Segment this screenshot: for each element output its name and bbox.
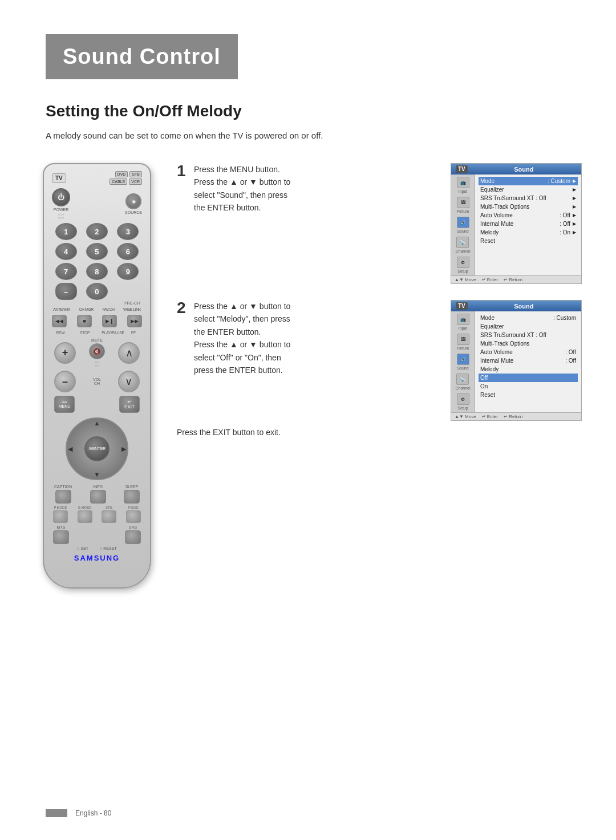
internal-mute-value: : Off ▶ [560, 221, 576, 227]
srs-button[interactable] [125, 530, 141, 544]
equalizer-label: Equalizer [480, 186, 504, 193]
exit-icon: ↩ [124, 399, 135, 404]
info-button[interactable] [90, 490, 106, 504]
auto-volume-value: : Off ▶ [560, 212, 576, 218]
setup2-text: Setup [457, 406, 468, 410]
multitrack-label: Multi-Track Options [480, 204, 529, 210]
psize-button[interactable] [126, 510, 141, 523]
dvd-button[interactable]: DVD [115, 171, 128, 177]
dash-button[interactable]: – [55, 283, 77, 300]
sound-label-1: Sound [471, 166, 577, 173]
vol-up-button[interactable]: + [54, 342, 76, 364]
input-icon: 📺 [457, 177, 469, 188]
remote-top-row: TV DVD STB CABLE VCR [52, 171, 142, 185]
tv-button[interactable]: TV [52, 173, 66, 183]
dpad-up-button[interactable]: ▲ [94, 420, 100, 427]
mode2-value: : Custom [553, 315, 576, 321]
num-7-button[interactable]: 7 [55, 263, 77, 280]
footer-return: ↩ Return [504, 277, 522, 282]
step-1-with-panel: 1 Press the MENU button. Press the ▲ or … [177, 163, 582, 284]
cis-row: CAPTION INFO SLEEP [54, 485, 140, 504]
sleep-button[interactable] [124, 490, 140, 504]
mts-srs-row: MTS SRS [53, 525, 141, 544]
ch-up-button[interactable]: ∧ [118, 342, 140, 364]
stop-button[interactable]: ■ [77, 315, 92, 327]
ff-button[interactable]: ▶▶ [127, 315, 142, 327]
menu-label: MENU [59, 404, 71, 408]
num-0-button[interactable]: 0 [86, 283, 108, 300]
num-3-button[interactable]: 3 [117, 223, 139, 240]
mute-button[interactable]: 🔇 [89, 343, 105, 359]
page-footer: English - 80 [46, 809, 111, 817]
step-2-with-panel: 2 Press the ▲ or ▼ button to select "Mel… [177, 300, 582, 421]
dpad-down-button[interactable]: ▼ [94, 471, 100, 478]
menu-item-mode: Mode : Custom ▶ [479, 177, 578, 185]
caption-button[interactable] [55, 490, 71, 504]
num-1-button[interactable]: 1 [55, 223, 77, 240]
enter-icon: ⊙ [88, 446, 92, 452]
vol-label: VOL [93, 378, 101, 382]
dpad-left-button[interactable]: ◀ [68, 445, 72, 453]
smode-button[interactable] [78, 510, 92, 523]
tv-panel-2-footer: ▲▼ Move ↵ Enter ↩ Return [451, 412, 581, 420]
stil-button[interactable] [102, 510, 116, 523]
num-2-button[interactable]: 2 [86, 223, 108, 240]
channel2-text: Channel [455, 386, 470, 390]
srs-label: SRS [129, 525, 137, 529]
mts-button[interactable] [53, 530, 69, 544]
rew-button[interactable]: ◀◀ [52, 315, 67, 327]
num-5-button[interactable]: 5 [86, 243, 108, 260]
channel2-icon: 📡 [456, 374, 469, 385]
power-button[interactable]: ⏻ [52, 188, 70, 206]
menu-item-auto-volume: Auto Volume : Off ▶ [479, 211, 578, 220]
source-buttons: DVD STB CABLE VCR [110, 171, 142, 185]
menu2-item-on: On [479, 382, 578, 391]
num-9-button[interactable]: 9 [117, 263, 139, 280]
tv-menu-content-1: Mode : Custom ▶ Equalizer ▶ SRS TruSurro… [475, 175, 581, 275]
num-6-button[interactable]: 6 [117, 243, 139, 260]
footer-enter: ↵ Enter [482, 277, 498, 282]
footer-text: English - 80 [75, 809, 111, 817]
mode-label: Mode [480, 178, 495, 184]
mode-value: : Custom ▶ [548, 178, 576, 184]
setup-text: Setup [457, 269, 468, 273]
stb-button[interactable]: STB [129, 171, 142, 177]
multitrack-arrow: ▶ [573, 204, 576, 209]
input2-text: Input [459, 326, 468, 330]
num-4-button[interactable]: 4 [55, 243, 77, 260]
footer-bar [46, 809, 67, 817]
footer2-move: ▲▼ Move [455, 414, 476, 419]
mute-label: MUTE [91, 338, 103, 342]
pmode-col: P.MODE [53, 506, 68, 523]
menu-button[interactable]: ≡≡ MENU [54, 396, 75, 413]
info-col: INFO [90, 485, 106, 504]
sidebar-item-input: 📺 Input [457, 177, 469, 193]
channel-icon: 📡 [456, 237, 469, 248]
equalizer2-label: Equalizer [480, 323, 504, 330]
menu-icon: ≡≡ [59, 400, 71, 404]
menu2-item-melody: Melody [479, 365, 578, 374]
source-button[interactable]: ◉ [125, 193, 141, 209]
sidebar2-item-input: 📺 Input [457, 314, 469, 330]
play-pause-button[interactable]: ▶❙ [102, 315, 117, 327]
vcr-button[interactable]: VCR [129, 178, 142, 185]
exit-button[interactable]: ↩ EXIT [119, 396, 140, 413]
remote: TV DVD STB CABLE VCR ⏻ POWER [43, 163, 151, 589]
pmode-button[interactable] [53, 510, 68, 523]
mts-col: MTS [53, 525, 69, 544]
cable-button[interactable]: CABLE [110, 178, 127, 185]
sleep-label: SLEEP [125, 485, 139, 489]
enter-button[interactable]: ⊙ ENTER [84, 436, 110, 461]
antenna-row: ANTENNA CH MGR FAV.CH WISE LINK [53, 307, 141, 311]
tv-panel-2-header: TV Sound [451, 301, 581, 311]
tv-panel-2: TV Sound 📺 Input 🖼 Picture [451, 300, 582, 421]
mode2-label: Mode [480, 315, 495, 321]
menu-item-srs: SRS TruSurround XT : Off ▶ [479, 194, 578, 202]
section-title: Setting the On/Off Melody [46, 102, 570, 120]
num-8-button[interactable]: 8 [86, 263, 108, 280]
srs-label: SRS TruSurround XT : Off [480, 195, 546, 201]
source-label: SOURCE [125, 210, 142, 214]
dpad-right-button[interactable]: ▶ [121, 445, 126, 453]
ch-down-button[interactable]: ∨ [118, 371, 140, 392]
vol-down-button[interactable]: – [54, 371, 76, 392]
